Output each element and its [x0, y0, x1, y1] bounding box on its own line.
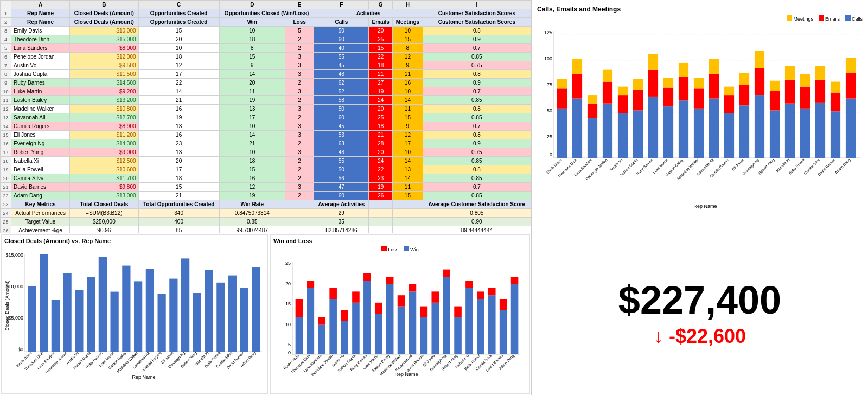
cell-win-5: 14 — [219, 70, 285, 79]
cell-name-17: Camila Silva — [11, 174, 70, 183]
cell-loss-7: 3 — [285, 87, 314, 96]
win-bar-8 — [386, 284, 394, 354]
win-bar-1 — [307, 288, 315, 354]
cell-opps-9: 16 — [138, 105, 219, 113]
closed-bar-0 — [28, 286, 36, 352]
calls-label-12: Eli Jones — [731, 157, 745, 171]
loss-bar-16 — [477, 291, 484, 299]
cell-opps-16: 17 — [138, 165, 219, 174]
closed-bar-12 — [169, 279, 177, 352]
cell-name-1: Theodore Dinh — [11, 35, 70, 44]
meetings-bar-13 — [755, 51, 764, 68]
meetings-bar-11 — [724, 87, 734, 95]
closed-label-3: Penelope Jordan — [44, 351, 68, 374]
cell-meetings-19: 15 — [393, 192, 423, 200]
metrics-row-3: 26Achievement %ge90.968599.7007448782.85… — [1, 226, 531, 233]
row-num-12: 12 — [1, 105, 11, 113]
mcell-0-4 — [285, 200, 314, 209]
cell-emails-8: 24 — [369, 96, 393, 105]
cell-calls-6: 62 — [314, 79, 369, 87]
cell-loss-1: 2 — [285, 35, 314, 44]
closed-deals-chart: Closed Deals (Amount) vs. Rep Name $15,0… — [1, 234, 268, 394]
cell-csat-2: 0.7 — [423, 44, 531, 53]
svg-text:0: 0 — [288, 350, 291, 355]
svg-text:15: 15 — [285, 301, 291, 307]
bottom-charts: Closed Deals (Amount) vs. Rep Name $15,0… — [0, 233, 531, 395]
right-panel: Calls, Emails and Meetings Meetings Emai… — [532, 0, 868, 395]
emails-bar-9 — [694, 88, 704, 108]
cell-opps-13: 23 — [138, 139, 219, 148]
mcell-3-8: 89.44444444 — [423, 226, 531, 233]
row-2: 2 — [1, 18, 11, 27]
win-bar-12 — [431, 303, 439, 354]
loss-bar-6 — [363, 273, 371, 281]
metrics-row-2: 25Target Value$250,0004000.85350.90 — [1, 218, 531, 226]
cell-csat-11: 0.7 — [423, 122, 531, 131]
cell-emails-19: 26 — [369, 192, 393, 200]
cell-win-10: 17 — [219, 113, 285, 122]
cell-name-5: Joshua Gupta — [11, 70, 70, 79]
cell-win-13: 21 — [219, 139, 285, 148]
svg-text:5: 5 — [288, 342, 291, 347]
emails-bar-11 — [724, 95, 734, 113]
cell-meetings-12: 12 — [393, 131, 423, 139]
emails-bar-8 — [679, 77, 688, 100]
cell-name-13: Everleigh Ng — [11, 139, 70, 148]
mcell-0-1: Total Closed Deals — [70, 200, 138, 209]
row-num-6: 6 — [1, 53, 11, 61]
calls-bar-14 — [770, 110, 780, 158]
sub-csat: Customer Satisfaction Scores — [423, 18, 531, 27]
closed-bar-10 — [146, 269, 154, 352]
mcell-3-5: 82.85714286 — [314, 226, 369, 233]
cell-emails-0: 20 — [369, 27, 393, 35]
cell-meetings-4: 9 — [393, 61, 423, 70]
loss-bar-3 — [329, 288, 337, 299]
cell-calls-0: 50 — [314, 27, 369, 35]
cell-csat-10: 0.85 — [423, 113, 531, 122]
mcell-2-5: 35 — [314, 218, 369, 226]
svg-text:$0: $0 — [18, 347, 23, 352]
emails-bar-1 — [572, 74, 582, 99]
mcell-2-8: 0.90 — [423, 218, 531, 226]
cell-emails-7: 19 — [369, 87, 393, 96]
cell-amount-7: $9,200 — [70, 87, 138, 96]
cell-loss-19: 2 — [285, 192, 314, 200]
cell-loss-0: 5 — [285, 27, 314, 35]
closed-bar-13 — [181, 258, 189, 352]
cell-meetings-2: 8 — [393, 44, 423, 53]
meetings-bar-19 — [846, 58, 856, 73]
cell-name-6: Ruby Barnes — [11, 79, 70, 87]
mcell-0-3: Win Rate — [219, 200, 285, 209]
row-num-15: 15 — [1, 131, 11, 139]
cell-amount-2: $8,000 — [70, 44, 138, 53]
cell-win-12: 14 — [219, 131, 285, 139]
loss-bar-7 — [375, 303, 382, 314]
cell-emails-15: 24 — [369, 157, 393, 165]
cell-emails-5: 21 — [369, 70, 393, 79]
cell-meetings-3: 12 — [393, 53, 423, 61]
mcell-2-6 — [369, 218, 393, 226]
cell-csat-18: 0.7 — [423, 183, 531, 192]
win-bar-4 — [341, 321, 348, 354]
data-table: A B C D E F G H I 1 Rep Name — [0, 0, 531, 233]
cell-name-19: Adam Dang — [11, 192, 70, 200]
diff-arrow-icon: ↓ — [654, 325, 663, 347]
emails-bar-15 — [785, 80, 795, 104]
calls-bar-0 — [557, 109, 567, 158]
mcell-3-0: Achievement %ge — [11, 226, 70, 233]
mcell-3-3: 99.70074487 — [219, 226, 285, 233]
col-g-header: G — [369, 1, 393, 9]
mcell-2-3: 0.85 — [219, 218, 285, 226]
col-i-header: I — [423, 1, 531, 9]
cell-calls-5: 48 — [314, 70, 369, 79]
calls-bar-19 — [846, 99, 856, 158]
cell-amount-8: $13,200 — [70, 96, 138, 105]
cell-amount-19: $13,000 — [70, 192, 138, 200]
closed-bar-18 — [240, 288, 248, 352]
cell-opps-19: 21 — [138, 192, 219, 200]
cell-opps-10: 19 — [138, 113, 219, 122]
row-num-10: 10 — [1, 87, 11, 96]
cell-emails-4: 18 — [369, 61, 393, 70]
meetings-bar-6 — [648, 54, 658, 69]
cell-opps-7: 14 — [138, 87, 219, 96]
